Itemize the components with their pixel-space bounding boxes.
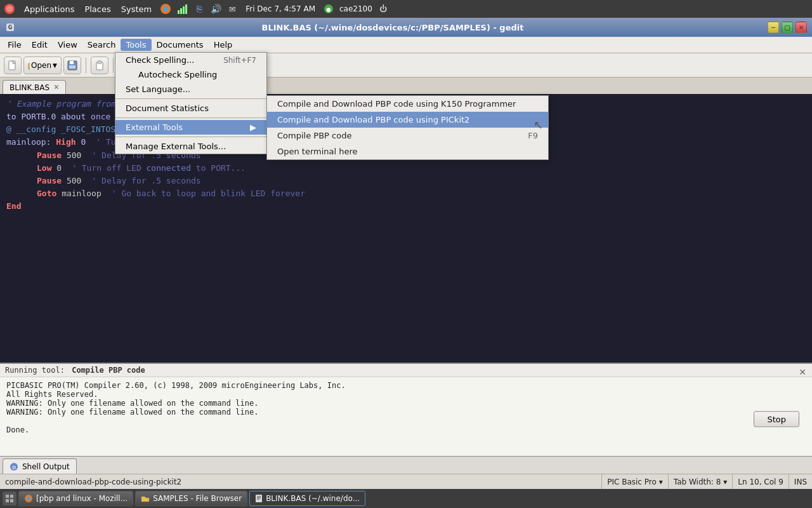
running-tool-name: Compile PBP code <box>72 366 145 375</box>
svg-rect-6 <box>183 6 185 14</box>
menu-external-tools[interactable]: External Tools▶ <box>115 120 266 135</box>
svg-text:⚙: ⚙ <box>11 464 16 470</box>
language-label: PIC Basic Pro <box>607 478 657 486</box>
file-tab-blink[interactable]: BLINK.BAS ✕ <box>3 80 66 94</box>
places-menu[interactable]: Places <box>79 3 115 15</box>
minimize-button[interactable]: ─ <box>768 22 779 33</box>
submenu-pickit2[interactable]: Compile and Download PBP code using PICk… <box>267 112 548 128</box>
firefox-icon[interactable] <box>159 2 173 16</box>
menu-manage-external-tools[interactable]: Manage External Tools... <box>115 139 266 154</box>
shell-output-text: PICBASIC PRO(TM) Compiler 2.60, (c) 1998… <box>0 377 812 456</box>
cursor-position: Ln 10, Col 9 <box>732 474 789 490</box>
new-button[interactable] <box>4 57 22 74</box>
volume-icon[interactable]: 🔊 <box>209 2 223 16</box>
svg-rect-16 <box>70 61 74 64</box>
close-button[interactable]: ✕ <box>796 22 807 33</box>
save-button[interactable] <box>63 57 81 74</box>
menu-help[interactable]: Help <box>209 39 238 51</box>
shell-tab-bar: ⚙ Shell Output <box>0 456 812 474</box>
power-icon[interactable]: ⏻ <box>376 2 390 16</box>
titlebar: G BLINK.BAS (~/.wine/dosdevices/c:/PBP/S… <box>0 18 812 37</box>
network-icon[interactable] <box>176 2 190 16</box>
taskbar-gedit-button[interactable]: BLINK.BAS (~/.wine/do... <box>249 491 365 506</box>
menu-autocheck-spelling[interactable]: Autocheck Spelling <box>115 67 266 82</box>
taskbar-mozilla-button[interactable]: [pbp and linux - Mozill... <box>18 491 133 506</box>
gnome-logo <box>3 2 16 16</box>
tools-menu-dropdown: Check Spelling...Shift+F7 Autocheck Spel… <box>115 52 267 154</box>
system-menu[interactable]: System <box>116 3 157 15</box>
svg-rect-7 <box>185 4 187 14</box>
submenu-open-terminal[interactable]: Open terminal here <box>267 144 548 159</box>
submenu-compile[interactable]: Compile PBP codeF9 <box>267 128 548 144</box>
maximize-button[interactable]: □ <box>782 22 793 33</box>
shell-close-button[interactable]: ✕ <box>796 367 809 377</box>
svg-text:G: G <box>8 25 13 30</box>
svg-rect-19 <box>98 61 102 64</box>
shell-tab-label: Shell Output <box>22 462 70 471</box>
running-tool-bar: Running tool: Compile PBP code <box>0 364 812 377</box>
svg-rect-30 <box>10 495 13 498</box>
menu-documents[interactable]: Documents <box>152 39 209 51</box>
open-button[interactable]: Open ▼ <box>23 57 62 74</box>
menu-edit[interactable]: Edit <box>27 39 53 51</box>
menu-document-statistics[interactable]: Document Statistics <box>115 101 266 116</box>
running-tool-prefix: Running tool: <box>5 366 65 375</box>
svg-rect-35 <box>256 495 262 502</box>
gedit-btn-label: BLINK.BAS (~/.wine/do... <box>266 494 360 503</box>
tab-filename: BLINK.BAS <box>10 83 49 92</box>
svg-rect-5 <box>180 8 182 14</box>
paste-button[interactable] <box>91 57 108 74</box>
bluetooth-icon[interactable]: ⎘ <box>192 2 206 16</box>
svg-rect-17 <box>69 65 75 69</box>
email-icon[interactable]: ✉ <box>225 2 239 16</box>
taskbar-filebrowser-button[interactable]: SAMPLES - File Browser <box>135 491 247 506</box>
menu-file[interactable]: File <box>3 39 27 51</box>
status-command: compile-and-download-pbp-code-using-pick… <box>0 478 601 486</box>
language-selector[interactable]: PIC Basic Pro ▾ <box>601 474 668 490</box>
statusbar: compile-and-download-pbp-code-using-pick… <box>0 474 812 489</box>
show-desktop-button[interactable] <box>3 491 16 505</box>
tab-width-selector[interactable]: Tab Width: 8 ▾ <box>668 474 733 490</box>
filebrowser-btn-label: SAMPLES - File Browser <box>153 494 242 503</box>
svg-rect-29 <box>6 495 9 498</box>
applications-menu[interactable]: Applications <box>19 3 79 15</box>
language-chevron: ▾ <box>659 478 663 486</box>
menu-tools[interactable]: Tools <box>121 39 151 51</box>
svg-point-34 <box>27 497 30 500</box>
menu-view[interactable]: View <box>53 39 82 51</box>
toolbar-separator-1 <box>86 58 86 73</box>
stop-button[interactable]: Stop <box>754 411 799 427</box>
tab-width-label: Tab Width: 8 <box>674 478 721 486</box>
shell-area: Running tool: Compile PBP code PICBASIC … <box>0 363 812 474</box>
menubar: File Edit View Search Tools Documents He… <box>0 37 812 53</box>
svg-point-1 <box>6 6 13 12</box>
datetime-display: Fri Dec 7, 4:57 AM <box>246 4 315 13</box>
toolbar-separator-2 <box>113 58 114 73</box>
username-display: cae2100 <box>339 4 372 13</box>
open-dropdown-arrow[interactable]: ▼ <box>53 62 57 69</box>
svg-rect-4 <box>178 10 180 14</box>
svg-rect-32 <box>10 499 13 502</box>
svg-text:●: ● <box>326 6 331 13</box>
mozilla-btn-label: [pbp and linux - Mozill... <box>36 494 128 503</box>
insert-mode: INS <box>789 474 812 490</box>
user-status-icon[interactable]: ● <box>322 2 336 16</box>
svg-rect-31 <box>6 499 9 502</box>
shell-output-tab[interactable]: ⚙ Shell Output <box>3 458 77 474</box>
svg-point-3 <box>163 6 168 11</box>
submenu-k150[interactable]: Compile and Download PBP code using K150… <box>267 96 548 112</box>
menu-search[interactable]: Search <box>82 39 121 51</box>
tab-close-button[interactable]: ✕ <box>53 83 59 91</box>
menu-check-spelling[interactable]: Check Spelling...Shift+F7 <box>115 53 266 67</box>
window-title: BLINK.BAS (~/.wine/dosdevices/c:/PBP/SAM… <box>20 23 765 32</box>
menu-set-language[interactable]: Set Language... <box>115 82 266 97</box>
external-tools-submenu: Compile and Download PBP code using K150… <box>266 95 549 160</box>
tab-width-chevron: ▾ <box>723 478 727 486</box>
